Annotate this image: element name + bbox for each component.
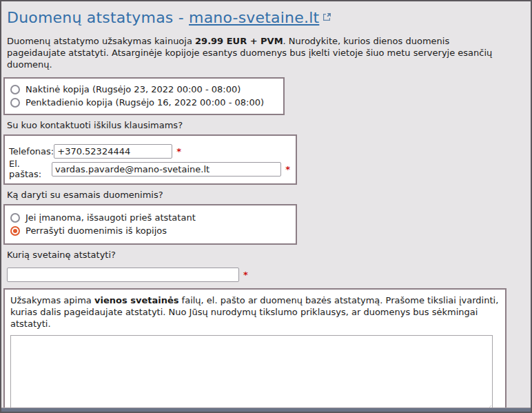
intro-text: Duomenų atstatymo užsakymas kainuoja 29.… (7, 35, 493, 70)
page-title: Duomenų atstatymas - mano-svetaine.lt (7, 8, 531, 26)
external-link-icon (323, 8, 331, 25)
intro-part1: Duomenų atstatymo užsakymas kainuoja (7, 36, 195, 46)
data-action-overwrite-option[interactable]: Perrašyti duomenimis iš kopijos (10, 224, 290, 237)
details-panel: Užsakymas apima vienos svetainės failų, … (3, 288, 507, 413)
radio-overwrite-from-copy-label: Perrašyti duomenimis iš kopijos (25, 225, 167, 236)
email-field[interactable] (52, 162, 281, 177)
radio-save-before-restore-label: Jei įmanoma, išsaugoti prieš atstatant (25, 212, 196, 223)
details-textarea-wrap (10, 335, 493, 413)
details-textarea[interactable] (10, 335, 493, 413)
data-action-save-option[interactable]: Jei įmanoma, išsaugoti prieš atstatant (10, 211, 290, 224)
radio-friday-copy-label: Penktadienio kopija (Rugsėjo 16, 2022 00… (25, 97, 264, 108)
intro-price: 29.99 EUR + PVM (195, 36, 283, 46)
site-link[interactable]: mano-svetaine.lt (189, 9, 319, 26)
window-bottom-edge (1, 407, 531, 412)
contact-question: Su kuo kontaktuoti iškilus klausimams? (7, 120, 531, 130)
site-row: * (7, 268, 531, 282)
data-action-panel: Jei įmanoma, išsaugoti prieš atstatant P… (3, 204, 297, 245)
backup-option-friday[interactable]: Penktadienio kopija (Rugsėjo 16, 2022 00… (10, 96, 278, 109)
email-row: El. paštas: * (9, 161, 290, 177)
radio-night-copy[interactable] (10, 85, 20, 94)
data-action-question: Ką daryti su esamais duomenimis? (7, 190, 531, 200)
contact-panel: Telefonas: * El. paštas: * (3, 134, 297, 185)
backup-options-panel: Naktinė kopija (Rugsėjo 23, 2022 00:00 -… (3, 77, 285, 115)
email-label: El. paštas: (9, 159, 52, 179)
form-content: Duomenų atstatymas - mano-svetaine.lt Du… (1, 8, 531, 413)
radio-friday-copy[interactable] (10, 98, 20, 108)
phone-label: Telefonas: (9, 146, 54, 157)
details-note: Užsakymas apima vienos svetainės failų, … (10, 294, 500, 330)
radio-overwrite-from-copy[interactable] (10, 226, 20, 236)
site-question: Kurią svetainę atstatyti? (7, 250, 531, 260)
site-field[interactable] (7, 268, 239, 282)
page-title-text: Duomenų atstatymas - (7, 9, 189, 26)
details-emphasis: vienos svetainės (94, 295, 178, 305)
radio-night-copy-label: Naktinė kopija (Rugsėjo 23, 2022 00:00 -… (25, 84, 241, 94)
phone-field[interactable] (54, 144, 172, 159)
email-required-marker: * (285, 164, 290, 174)
radio-save-before-restore[interactable] (10, 213, 20, 223)
page-frame: Duomenų atstatymas - mano-svetaine.lt Du… (0, 0, 532, 413)
phone-row: Telefonas: * (9, 143, 290, 159)
phone-required-marker: * (176, 146, 181, 157)
details-part1: Užsakymas apima (10, 295, 94, 305)
site-required-marker: * (243, 270, 248, 280)
backup-option-night[interactable]: Naktinė kopija (Rugsėjo 23, 2022 00:00 -… (10, 83, 278, 96)
